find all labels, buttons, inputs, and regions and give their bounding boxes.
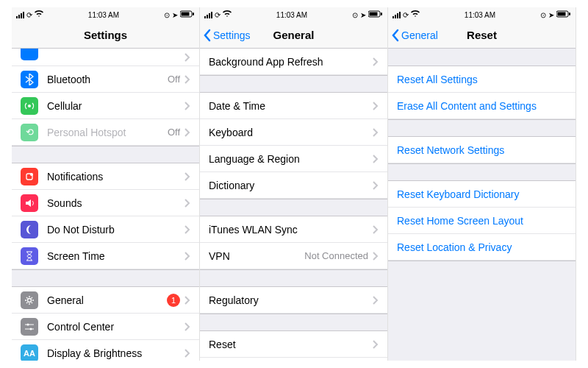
chevron-right-icon [373, 181, 379, 190]
row-notifications[interactable]: Notifications [12, 163, 199, 190]
row-label: Reset [209, 339, 373, 350]
general-list: Background App Refresh Date & TimeKeyboa… [200, 49, 387, 361]
signal-icon [204, 12, 212, 18]
chevron-right-icon [373, 57, 379, 66]
alarm-icon: ⊙ [540, 11, 546, 19]
chevron-right-icon [184, 75, 190, 84]
status-time: 11:03 AM [276, 11, 307, 19]
row-label: Dictionary [209, 180, 373, 191]
svg-rect-20 [557, 13, 565, 16]
status-bar: ⟳ 11:03 AM ⊙ ➤ [388, 7, 576, 22]
row-reset-location-privacy[interactable]: Reset Location & Privacy [388, 234, 576, 261]
back-button[interactable]: General [391, 22, 438, 48]
hourglass-icon [21, 247, 38, 265]
row-reset[interactable]: Reset [200, 331, 387, 358]
aa-icon: AA [21, 344, 38, 361]
svg-point-6 [28, 298, 32, 302]
nav-title: Settings [84, 29, 127, 41]
row-label: Reset Home Screen Layout [397, 215, 567, 227]
location-icon: ➤ [360, 11, 366, 19]
row-cellular[interactable]: Cellular [12, 93, 199, 119]
row-keyboard[interactable]: Keyboard [200, 119, 387, 146]
chevron-left-icon [203, 29, 212, 42]
row-erase-all-content-and-settings[interactable]: Erase All Content and Settings [388, 93, 576, 119]
svg-rect-17 [369, 13, 377, 16]
row-screen-time[interactable]: Screen Time [12, 243, 199, 269]
row-control-center[interactable]: Control Center [12, 314, 199, 340]
row-reset-keyboard-dictionary[interactable]: Reset Keyboard Dictionary [388, 181, 576, 208]
row-detail: Off [168, 127, 180, 138]
chevron-right-icon [184, 252, 190, 261]
row-display-brightness[interactable]: AADisplay & Brightness [12, 340, 199, 361]
chevron-left-icon [391, 29, 400, 42]
row-date-time[interactable]: Date & Time [200, 93, 387, 119]
row-detail: Not Connected [304, 250, 368, 261]
row-background-app-refresh[interactable]: Background App Refresh [200, 49, 387, 75]
row-shut-down[interactable]: Shut Down [200, 358, 387, 361]
gear-icon [21, 291, 38, 309]
reset-list: Reset All SettingsErase All Content and … [388, 49, 576, 361]
row-label: General [47, 294, 167, 306]
row-label: VPN [209, 250, 304, 262]
row-sounds[interactable]: Sounds [12, 190, 199, 216]
row-dictionary[interactable]: Dictionary [200, 172, 387, 199]
chevron-right-icon [373, 225, 379, 234]
antenna-icon [21, 97, 38, 115]
row-label: Reset Location & Privacy [397, 241, 567, 253]
nav-title: Reset [467, 29, 497, 41]
row-label: Language & Region [209, 153, 373, 165]
chevron-right-icon [373, 252, 379, 261]
chevron-right-icon [184, 128, 190, 137]
chevron-right-icon [184, 349, 190, 358]
notification-badge: 1 [167, 294, 180, 307]
row-language-region[interactable]: Language & Region [200, 146, 387, 172]
status-bar: ⟳ 11:03 AM ⊙ ➤ [200, 7, 387, 22]
settings-row-cutoff[interactable] [12, 49, 199, 66]
row-label: Date & Time [209, 100, 373, 112]
nav-bar: General Reset [388, 22, 576, 49]
alarm-icon: ⊙ [352, 11, 358, 19]
signal-icon [16, 12, 24, 18]
row-label: Reset Keyboard Dictionary [397, 188, 567, 200]
row-label: Reset All Settings [397, 74, 567, 85]
chevron-right-icon [184, 172, 190, 181]
chevron-right-icon [373, 340, 379, 349]
row-label: Do Not Disturb [47, 224, 184, 236]
row-bluetooth[interactable]: BluetoothOff [12, 66, 199, 93]
moon-icon [21, 221, 38, 238]
chevron-right-icon [184, 296, 190, 305]
row-reset-network-settings[interactable]: Reset Network Settings [388, 137, 576, 163]
row-label: Erase All Content and Settings [397, 100, 567, 112]
link-icon: ⟲ [21, 124, 38, 141]
chevron-right-icon [373, 128, 379, 137]
chevron-right-icon [184, 102, 190, 110]
row-label: Display & Brightness [47, 347, 184, 359]
row-label: Screen Time [47, 250, 184, 262]
back-label: General [401, 29, 438, 41]
svg-point-5 [30, 173, 33, 176]
row-itunes-wlan-sync[interactable]: iTunes WLAN Sync [200, 216, 387, 243]
battery-icon [180, 10, 195, 19]
row-general[interactable]: General1 [12, 287, 199, 314]
sliders-icon [21, 318, 38, 336]
row-regulatory[interactable]: Regulatory [200, 287, 387, 314]
row-label: Cellular [47, 100, 184, 112]
back-button[interactable]: Settings [203, 22, 251, 48]
row-label: Personal Hotspot [47, 127, 168, 138]
row-label: Control Center [47, 321, 184, 333]
row-vpn[interactable]: VPNNot Connected [200, 243, 387, 269]
carrier-icon: ⟳ [26, 11, 32, 19]
svg-rect-21 [569, 13, 570, 15]
row-personal-hotspot[interactable]: ⟲Personal HotspotOff [12, 119, 199, 146]
row-reset-home-screen-layout[interactable]: Reset Home Screen Layout [388, 208, 576, 234]
app-icon [21, 49, 38, 60]
nav-bar: Settings [12, 22, 199, 49]
row-label: Reset Network Settings [397, 144, 567, 156]
row-reset-all-settings[interactable]: Reset All Settings [388, 66, 576, 93]
signal-icon [392, 12, 401, 18]
wifi-icon [223, 10, 232, 19]
bell-icon [21, 168, 38, 185]
row-do-not-disturb[interactable]: Do Not Disturb [12, 216, 199, 243]
svg-rect-2 [193, 13, 194, 15]
screenshot-settings: ⟳ 11:03 AM ⊙ ➤ Settings BluetoothOffCell… [12, 7, 200, 361]
